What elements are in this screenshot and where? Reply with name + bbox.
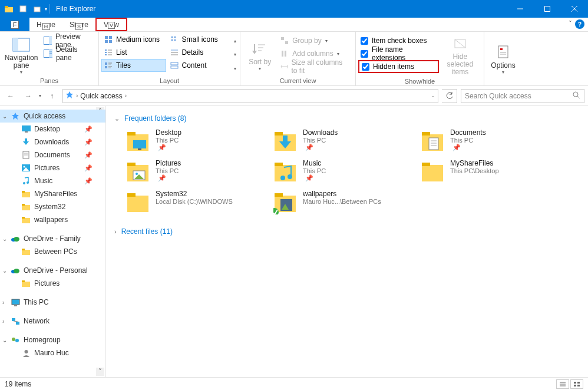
hide-selected-button[interactable]: Hide selected items [439,33,481,77]
svg-marker-56 [66,91,73,98]
svg-rect-112 [275,163,283,166]
tree-desktop[interactable]: Desktop📌 [0,123,105,135]
layout-medium-icons[interactable]: Medium icons [101,33,166,46]
pc-icon [11,298,20,307]
svg-rect-117 [127,196,148,212]
navigation-tree: ˄ ⌄Quick access Desktop📌 Downloads📌 Docu… [0,106,106,377]
tree-wallpapers[interactable]: wallpapers [0,213,105,226]
folder-item[interactable]: MusicThis PC📌 [273,159,409,184]
recent-locations-dropdown[interactable]: ▾ [39,93,41,98]
layout-more[interactable]: ▾ [234,66,236,71]
view-details-button[interactable] [556,379,569,389]
svg-point-57 [573,92,578,97]
recent-files-header[interactable]: ›Recent files (11) [114,227,580,236]
layout-content[interactable]: Content [167,59,232,72]
help-icon[interactable]: ? [575,19,584,29]
tree-mysharefiles[interactable]: MyShareFiles [0,187,105,200]
svg-point-92 [24,350,28,353]
layout-list[interactable]: List [101,46,166,59]
folder-item[interactable]: DesktopThis PC📌 [126,128,262,153]
tree-downloads[interactable]: Downloads📌 [0,135,105,148]
svg-rect-39 [171,62,178,65]
svg-rect-88 [16,322,19,325]
svg-rect-71 [22,192,30,197]
qat-properties-icon[interactable] [16,2,29,15]
tree-between-pcs[interactable]: Between PCs [0,245,105,258]
tree-documents[interactable]: Documents📌 [0,148,105,161]
tree-onedrive-family[interactable]: ⌄OneDrive - Family [0,232,105,245]
address-dropdown[interactable]: ⌄ [431,93,435,98]
folder-item[interactable]: wallpapersMauro Huc...\Between PCs [273,190,409,214]
group-by-button[interactable]: Group by▾ [277,34,353,47]
folder-item[interactable]: MyShareFilesThis PC\Desktop [421,159,556,184]
search-box[interactable]: Search Quick access [461,89,584,103]
tab-share[interactable]: ShareS [62,18,95,31]
tree-user[interactable]: Mauro Huc [0,346,105,359]
folder-name: Music [303,159,326,167]
svg-point-33 [174,37,176,38]
documents-icon [21,150,31,160]
address-bar[interactable]: › Quick access › ⌄ [62,89,438,103]
maximize-button[interactable] [534,0,561,18]
svg-rect-79 [22,250,30,255]
svg-rect-72 [22,191,25,193]
tree-onedrive-personal[interactable]: ⌄OneDrive - Personal [0,264,105,277]
folder-icon [21,202,31,211]
forward-button[interactable]: → [21,89,35,103]
up-button[interactable]: ↑ [45,89,59,103]
homegroup-icon [11,335,20,345]
folder-item[interactable]: System32Local Disk (C:)\WINDOWS [126,190,262,214]
svg-rect-130 [577,385,580,386]
navigation-pane-button[interactable]: Navigation pane ▾ [2,33,40,77]
content-area: ˄ ⌄Quick access Desktop📌 Downloads📌 Docu… [0,106,588,377]
layout-small-icons[interactable]: Small icons [167,33,232,46]
view-large-icons-button[interactable] [570,379,583,389]
svg-rect-127 [574,382,576,384]
tree-homegroup[interactable]: ⌄Homegroup [0,333,105,346]
back-button[interactable]: ← [4,89,18,103]
tree-network[interactable]: ›Network [0,315,105,328]
layout-details[interactable]: Details [167,46,232,59]
hidden-items[interactable]: Hidden items [358,60,439,73]
layout-group-label: Layout [101,77,237,85]
size-columns-button[interactable]: Size all columns to fit [277,60,353,73]
tree-quick-access[interactable]: ⌄Quick access [0,110,105,123]
details-pane-button[interactable]: Details pane [40,47,96,60]
svg-rect-47 [282,51,283,57]
folder-item[interactable]: DownloadsThis PC📌 [273,128,409,153]
tree-this-pc[interactable]: ›This PC [0,296,105,309]
tab-home[interactable]: HomeH [29,18,62,31]
network-icon [11,316,20,326]
tree-od-pictures[interactable]: Pictures [0,277,105,290]
tab-file[interactable]: F [0,18,29,31]
refresh-button[interactable] [442,89,457,103]
qat-customize-dropdown[interactable]: ▾ [45,6,47,12]
qat-newfolder-icon[interactable] [31,2,44,15]
music-icon [21,176,31,186]
tree-music[interactable]: Music📌 [0,174,105,187]
search-placeholder: Search Quick access [465,92,531,100]
minimize-button[interactable] [507,0,534,18]
svg-rect-45 [281,37,284,40]
tree-pictures[interactable]: Pictures📌 [0,161,105,174]
breadcrumb-quick-access[interactable]: Quick access [80,92,122,100]
tree-system32[interactable]: System32 [0,200,105,213]
ribbon-collapse-icon[interactable]: ˇ [569,20,572,28]
options-button[interactable]: Options▾ [487,33,520,84]
svg-point-109 [136,173,138,175]
folder-item[interactable]: PicturesThis PC📌 [126,159,262,184]
tab-view[interactable]: ViewV [95,18,127,31]
close-button[interactable] [561,0,588,18]
file-name-extensions[interactable]: File name extensions [358,47,439,60]
sort-by-button[interactable]: Sort by▾ [243,33,277,77]
layout-tiles[interactable]: Tiles [101,59,166,72]
layout-scroll-down[interactable]: ▾ [234,52,236,57]
star-icon [11,111,20,121]
folder-item[interactable]: DocumentsThis PC📌 [421,128,556,153]
frequent-folders-header[interactable]: ⌄Frequent folders (8) [114,114,580,123]
sidebar-scroll-down[interactable]: ˅ [96,368,104,376]
svg-rect-3 [34,7,40,12]
navigation-pane-icon [12,35,31,54]
layout-scroll-up[interactable]: ▴ [234,38,236,44]
downloads-icon [21,137,31,147]
